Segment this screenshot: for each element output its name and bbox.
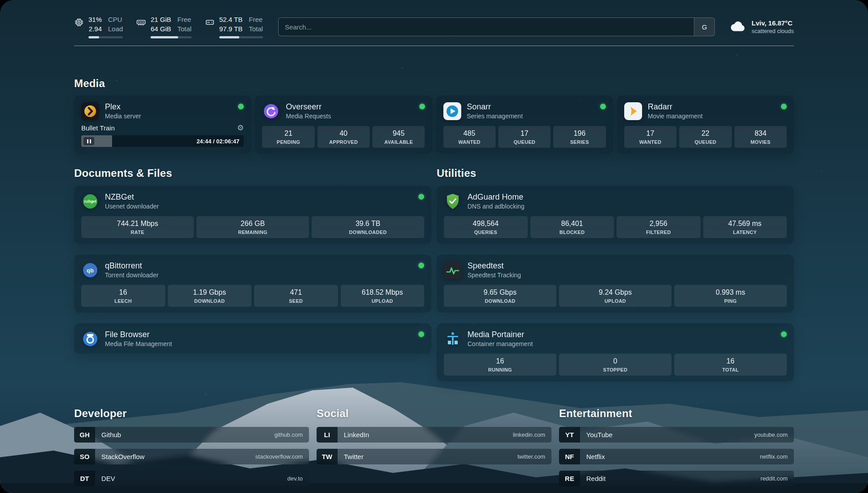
- stat: 16 RUNNING: [444, 354, 556, 376]
- stat: 744.21 Mbps RATE: [81, 216, 194, 238]
- bookmark-name: Reddit: [580, 471, 760, 486]
- section-utilities: Utilities AdGuard Home: [437, 167, 794, 381]
- stat-value: 485: [445, 129, 494, 138]
- bookmark-name: StackOverflow: [95, 449, 255, 464]
- speedtest-icon: [444, 261, 462, 279]
- stat-label: AVAILABLE: [374, 139, 423, 145]
- bookmark-group-entertainment: Entertainment YT YouTube youtube.com NF …: [559, 407, 794, 493]
- service-card-qbittorrent[interactable]: qb qBittorrent Torrent downloader 16 LEE…: [74, 255, 431, 313]
- stat-label: MOVIES: [736, 139, 785, 145]
- service-card-radarr[interactable]: Radarr Movie management 17 WANTED 22 QUE…: [617, 96, 794, 154]
- stat: 21 PENDING: [262, 126, 314, 148]
- qbittorrent-icon: qb: [81, 261, 99, 279]
- service-card-speedtest[interactable]: Speedtest Speedtest Tracking 9.65 Gbps D…: [437, 255, 794, 313]
- disk-usage-bar: [219, 36, 263, 38]
- service-card-portainer[interactable]: Media Portainer Container management 16 …: [437, 323, 794, 381]
- bookmark-url: linkedin.com: [513, 427, 551, 443]
- service-card-overseerr[interactable]: Overseerr Media Requests 21 PENDING 40 A…: [255, 96, 432, 154]
- memory-total-label: Total: [177, 25, 192, 33]
- service-desc: Series management: [467, 112, 523, 120]
- disk-free-label: Free: [249, 15, 263, 24]
- stat-label: SERIES: [555, 139, 604, 145]
- bookmark-name: Github: [95, 427, 274, 443]
- status-dot: [418, 194, 424, 200]
- stat-value: 86,401: [532, 219, 613, 228]
- stat-label: UPLOAD: [342, 298, 423, 304]
- stat-value: 22: [681, 129, 730, 138]
- stat-label: RATE: [83, 229, 192, 235]
- stat-value: 618.52 Mbps: [342, 288, 423, 297]
- stat-value: 0: [561, 357, 670, 366]
- weather-widget: Lviv, 16.87°C scattered clouds: [730, 19, 794, 34]
- bookmark-youtube[interactable]: YT YouTube youtube.com: [559, 427, 794, 443]
- pause-icon[interactable]: [83, 137, 94, 145]
- bookmark-reddit[interactable]: RE Reddit reddit.com: [559, 471, 794, 486]
- section-title-entertainment: Entertainment: [559, 407, 794, 420]
- service-card-plex[interactable]: Plex Media server Bullet Train ⚙ 24:44 /…: [74, 96, 251, 154]
- bookmark-abbr: DT: [74, 471, 95, 486]
- bookmark-abbr: SO: [74, 449, 95, 464]
- stat: 498,564 QUERIES: [444, 216, 528, 238]
- bookmark-github[interactable]: GH Github github.com: [74, 427, 309, 443]
- stat: 618.52 Mbps UPLOAD: [341, 285, 425, 307]
- section-title-developer: Developer: [74, 407, 309, 420]
- adguard-icon: [444, 192, 462, 210]
- search-provider-button[interactable]: G: [694, 18, 714, 36]
- nzbget-icon: nzbget: [81, 192, 99, 210]
- stat: 9.65 Gbps DOWNLOAD: [444, 285, 556, 307]
- stat: 22 QUEUED: [679, 126, 731, 148]
- stat-value: 744.21 Mbps: [83, 219, 192, 228]
- stat-label: WANTED: [626, 139, 675, 145]
- service-name: qBittorrent: [105, 261, 159, 271]
- now-playing-title: Bullet Train: [81, 124, 115, 132]
- stat-value: 40: [319, 129, 368, 138]
- bookmark-url: github.com: [274, 427, 309, 443]
- bookmark-name: YouTube: [580, 427, 755, 443]
- dashboard-screen: 31% 2.94 CPU Load: [0, 0, 868, 493]
- status-dot: [419, 104, 425, 109]
- stat: 17 WANTED: [624, 126, 676, 148]
- bookmark-netflix[interactable]: NF Netflix netflix.com: [559, 449, 794, 464]
- bookmark-twitter[interactable]: TW Twitter twitter.com: [317, 449, 551, 464]
- stat: 16 TOTAL: [674, 354, 787, 376]
- service-name: Overseerr: [286, 102, 331, 112]
- cpu-icon: [74, 17, 84, 27]
- stat: 266 GB REMAINING: [196, 216, 309, 238]
- overseerr-icon: [262, 102, 280, 120]
- search-input[interactable]: [279, 18, 694, 36]
- gear-icon[interactable]: ⚙: [237, 124, 244, 132]
- service-card-adguard[interactable]: AdGuard Home DNS and adblocking 498,564 …: [437, 186, 794, 244]
- stat-value: 16: [676, 357, 785, 366]
- portainer-icon: [444, 330, 462, 348]
- stat-value: 471: [256, 288, 336, 297]
- section-title-media: Media: [74, 77, 794, 90]
- stat-label: TOTAL: [676, 367, 785, 373]
- bookmark-abbr: LI: [317, 427, 338, 443]
- bookmark-abbr: NF: [559, 449, 580, 464]
- status-dot: [781, 104, 787, 109]
- stat-value: 16: [446, 357, 555, 366]
- stat-value: 21: [264, 129, 313, 138]
- service-card-sonarr[interactable]: Sonarr Series management 485 WANTED 17 Q…: [436, 96, 613, 154]
- bookmark-url: dev.to: [288, 471, 309, 486]
- memory-free-value: 21 GiB: [150, 15, 171, 24]
- stat-label: QUEUED: [681, 139, 730, 145]
- stat-value: 1.19 Gbps: [170, 288, 250, 297]
- stat-value: 196: [555, 129, 604, 138]
- status-dot: [600, 104, 606, 109]
- bookmark-linkedin[interactable]: LI LinkedIn linkedin.com: [317, 427, 551, 443]
- service-card-nzbget[interactable]: nzbget NZBGet Usenet downloader 744.21 M…: [74, 186, 431, 244]
- disk-total-label: Total: [249, 25, 263, 33]
- service-card-filebrowser[interactable]: File Browser Media File Management: [74, 323, 431, 354]
- bookmark-abbr: YT: [559, 427, 580, 443]
- radarr-icon: [624, 102, 642, 120]
- stat-label: QUEUED: [500, 139, 549, 145]
- bookmark-dev[interactable]: DT DEV dev.to: [74, 471, 309, 486]
- memory-icon: [136, 17, 146, 27]
- stat-label: FILTERED: [618, 229, 699, 235]
- stat-value: 9.65 Gbps: [446, 288, 555, 297]
- bookmark-stackoverflow[interactable]: SO StackOverflow stackoverflow.com: [74, 449, 309, 464]
- status-dot: [238, 104, 244, 109]
- stat: 485 WANTED: [443, 126, 496, 148]
- playback-progress-bar[interactable]: 24:44 / 02:06:47: [81, 135, 244, 147]
